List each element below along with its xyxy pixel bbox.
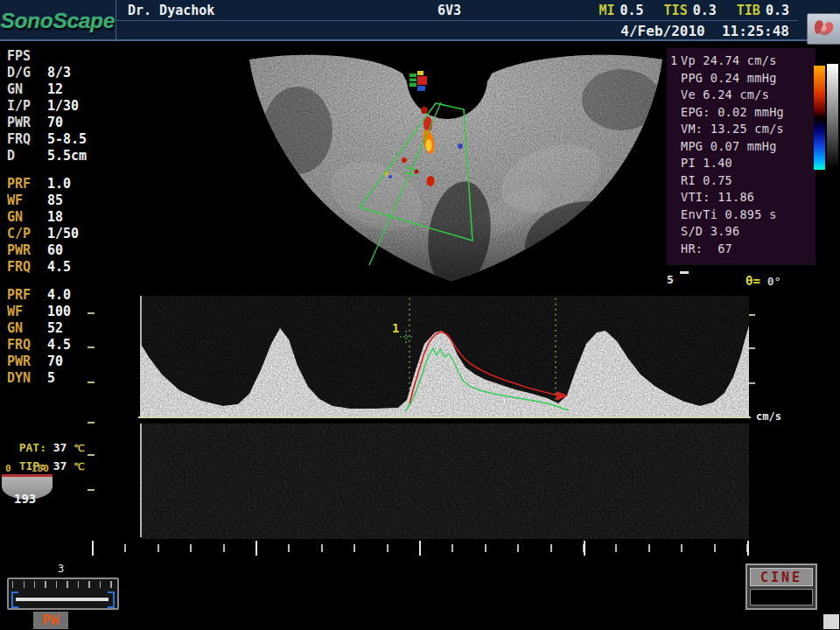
brand-logo-box: SonoScape	[0, 0, 116, 41]
param-value: 4.5	[47, 259, 71, 275]
measurement-results-panel: 1 Vp 24.74 cm/s PPG 0.24 mmHg Ve 6.24 cm…	[667, 48, 816, 265]
velocity-scale-tick	[88, 422, 94, 424]
param-value: 100	[47, 304, 71, 319]
lower-trace-strip	[140, 424, 749, 539]
pw-mode-params: PRF4.0 WF100 GN52 FRQ4.5 PWR70 DYN5	[7, 287, 138, 387]
param-row: DYN5	[7, 370, 138, 387]
result-row: PPG 0.24 mmHg	[667, 70, 816, 88]
result-row: VTI: 11.86	[667, 189, 816, 206]
param-label: WF	[7, 304, 47, 320]
tis-value: 0.3	[693, 3, 717, 18]
param-value: 12	[47, 81, 63, 97]
active-mode-badge: PW	[33, 612, 68, 629]
velocity-scale-tick	[88, 346, 94, 348]
velocity-scale-tick	[88, 312, 94, 314]
param-value: 70	[47, 354, 63, 369]
param-row: D/G8/3	[7, 65, 138, 81]
depth-marker-dash	[680, 271, 689, 274]
angle-readout: θ=0°	[746, 274, 781, 288]
param-value: 1/50	[47, 226, 79, 242]
gauge-max-label: 180	[32, 463, 49, 474]
b-mode-params: FPS D/G8/3 GN12 I/P1/30 PWR70 FRQ5-8.5 D…	[7, 48, 138, 164]
param-label: PWR	[7, 242, 47, 259]
cine-range-bracket-left[interactable]	[11, 592, 18, 608]
corner-marker	[823, 614, 839, 629]
param-value: 18	[47, 209, 63, 225]
tip-value: 37	[53, 459, 67, 472]
param-value: 52	[47, 320, 63, 336]
mi-label: MI	[598, 3, 614, 18]
param-row: FRQ4.5	[7, 259, 138, 276]
time-ruler-major-ticks	[92, 541, 752, 556]
mi-value: 0.5	[620, 3, 643, 18]
velocity-scale-tick	[88, 454, 94, 456]
param-value: 1.0	[47, 176, 71, 192]
result-row: PI 1.40	[667, 155, 816, 172]
param-value: 60	[47, 242, 63, 258]
cine-bar-label: 3	[58, 563, 64, 575]
probe-model: 6V3	[438, 3, 461, 18]
param-value: 5.5cm	[47, 148, 87, 164]
theta-label: θ=	[746, 274, 760, 288]
param-value: 4.0	[47, 287, 71, 303]
cine-button[interactable]: CINE	[746, 564, 817, 610]
param-row: I/P1/30	[7, 98, 138, 115]
cine-button-lower-panel	[750, 589, 813, 606]
param-row: GN12	[7, 81, 138, 98]
velocity-scale-tick	[88, 382, 94, 383]
top-status-bar: SonoScape Dr. Dyachok 6V3 MI0.5 TIS0.3 T…	[0, 0, 840, 41]
bodymark-button[interactable]	[807, 13, 840, 45]
acoustic-indices: MI0.5 TIS0.3 TIB0.3	[586, 3, 789, 18]
param-row: FPS	[7, 48, 138, 65]
param-row: PRF4.0	[7, 287, 138, 304]
param-label: PRF	[7, 176, 47, 192]
doppler-color-scale-bar	[814, 66, 825, 170]
cine-position-track[interactable]	[16, 598, 108, 601]
param-row: C/P1/50	[7, 226, 138, 242]
param-label: FRQ	[7, 337, 47, 354]
result-row: Ve 6.24 cm/s	[667, 87, 816, 104]
param-label: GN	[7, 209, 47, 226]
doppler-baseline	[138, 416, 751, 418]
velocity-scale-tick	[748, 347, 755, 349]
measurement-index: 1	[670, 53, 677, 67]
param-value: 70	[47, 115, 63, 130]
param-row: PWR60	[7, 242, 138, 259]
header-row-2: 4/Feb/2010 11:25:48	[116, 21, 798, 41]
pelvic-bodymark-icon	[811, 18, 837, 40]
sweep-start-line	[140, 424, 142, 537]
trace-marker-number: 1	[392, 321, 399, 335]
param-label: GN	[7, 320, 47, 337]
param-row: WF85	[7, 192, 138, 209]
depth-marker: 5	[667, 273, 674, 286]
param-label: I/P	[7, 98, 47, 115]
cine-button-label[interactable]: CINE	[750, 568, 813, 586]
param-label: WF	[7, 192, 47, 209]
tib-label: TIB	[737, 3, 760, 18]
velocity-scale-tick	[88, 489, 94, 491]
header-row-1: Dr. Dyachok 6V3 MI0.5 TIS0.3 TIB0.3	[116, 0, 798, 21]
brand-logo: SonoScape	[1, 9, 116, 33]
spectral-doppler-display: 1	[140, 296, 749, 418]
sweep-start-line	[140, 296, 142, 418]
frame-counter: 193	[14, 492, 36, 506]
cine-range-bracket-right[interactable]	[108, 592, 115, 608]
result-row: Vp 24.74 cm/s	[667, 52, 816, 70]
param-value: 4.5	[47, 337, 71, 353]
gauge-min-label: 0	[5, 463, 11, 474]
param-value: 8/3	[47, 65, 71, 80]
result-row: RI 0.75	[667, 172, 816, 190]
param-row: PRF1.0	[7, 176, 138, 192]
param-row: PWR70	[7, 115, 138, 131]
result-row: EnvTi 0.895 s	[667, 206, 816, 224]
b-mode-fan-image	[245, 47, 667, 285]
param-row: GN52	[7, 320, 138, 337]
cine-scrollbar[interactable]	[7, 578, 119, 610]
result-row: S/D 3.96	[667, 223, 816, 241]
velocity-scale-tick	[748, 382, 755, 384]
param-value: 1/30	[47, 98, 79, 114]
param-row: WF100	[7, 304, 138, 320]
tib-value: 0.3	[766, 3, 789, 18]
param-value: 5-8.5	[47, 131, 87, 147]
param-row: D5.5cm	[7, 148, 138, 164]
